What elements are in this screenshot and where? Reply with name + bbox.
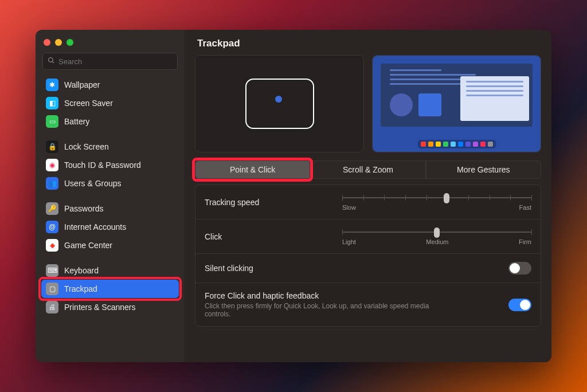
tab-bar: Point & ClickScroll & ZoomMore Gestures xyxy=(195,160,541,179)
sidebar-icon: 🖨 xyxy=(46,301,58,313)
click-max-label: Firm xyxy=(519,238,531,245)
tracking-speed-label: Tracking speed xyxy=(205,198,259,207)
sidebar: ✱Wallpaper◧Screen Saver▭Battery🔒Lock Scr… xyxy=(36,30,185,362)
search-container xyxy=(36,53,185,76)
tracking-speed-control: Slow Fast xyxy=(342,193,531,211)
sidebar-icon: 🔒 xyxy=(46,140,58,153)
dock-preview xyxy=(418,140,496,148)
sidebar-icon: ▭ xyxy=(46,115,58,128)
sidebar-icon: ✱ xyxy=(46,79,58,91)
sidebar-item-passwords[interactable]: 🔑Passwords xyxy=(41,199,179,218)
click-mid-label: Medium xyxy=(426,238,448,245)
tracking-min-label: Slow xyxy=(342,204,356,211)
sidebar-item-label: Lock Screen xyxy=(64,142,109,151)
sidebar-item-touch-id-password[interactable]: ◉Touch ID & Password xyxy=(41,156,179,174)
sidebar-item-label: Screen Saver xyxy=(64,99,113,108)
sidebar-item-trackpad[interactable]: ▢Trackpad xyxy=(41,280,179,298)
svg-line-1 xyxy=(52,61,54,63)
sidebar-item-wallpaper[interactable]: ✱Wallpaper xyxy=(41,76,179,94)
sidebar-item-lock-screen[interactable]: 🔒Lock Screen xyxy=(41,138,179,156)
sidebar-item-label: Passwords xyxy=(64,204,103,213)
click-control: Light Medium Firm xyxy=(342,228,531,245)
search-field[interactable] xyxy=(42,53,178,70)
sidebar-item-internet-accounts[interactable]: @Internet Accounts xyxy=(41,218,179,236)
sidebar-icon: 🔑 xyxy=(46,202,58,215)
sidebar-icon: ⌨ xyxy=(46,264,58,277)
trackpad-icon xyxy=(245,79,314,129)
trackpad-diagram-pane xyxy=(195,55,364,152)
click-label: Click xyxy=(205,232,222,241)
sidebar-icon: ◉ xyxy=(46,159,58,171)
maximize-icon[interactable] xyxy=(66,39,73,46)
sidebar-item-label: Game Center xyxy=(64,241,112,250)
sidebar-item-label: Battery xyxy=(64,117,89,126)
tracking-speed-slider[interactable] xyxy=(342,193,531,202)
main-pane: Trackpad xyxy=(185,30,551,362)
tab-scroll-zoom[interactable]: Scroll & Zoom xyxy=(310,160,425,179)
sidebar-icon: @ xyxy=(46,221,58,233)
sidebar-icon: ◆ xyxy=(46,239,58,252)
window-controls xyxy=(36,37,185,53)
sidebar-item-printers-scanners[interactable]: 🖨Printers & Scanners xyxy=(41,298,179,316)
sidebar-item-keyboard[interactable]: ⌨Keyboard xyxy=(41,261,179,280)
row-silent-clicking: Silent clicking xyxy=(195,254,541,283)
row-tracking-speed: Tracking speed Slow Fast xyxy=(195,185,541,219)
sidebar-item-label: Users & Groups xyxy=(64,179,122,188)
sidebar-item-label: Keyboard xyxy=(64,266,99,275)
sidebar-item-label: Trackpad xyxy=(64,284,97,293)
search-input[interactable] xyxy=(58,57,173,66)
sidebar-list: ✱Wallpaper◧Screen Saver▭Battery🔒Lock Scr… xyxy=(36,76,185,362)
tab-more-gestures[interactable]: More Gestures xyxy=(426,160,541,179)
sidebar-item-label: Printers & Scanners xyxy=(64,303,136,312)
close-icon[interactable] xyxy=(44,39,50,46)
tab-point-click[interactable]: Point & Click xyxy=(195,160,310,179)
gesture-preview-pane xyxy=(372,55,541,152)
settings-list: Tracking speed Slow Fast Click xyxy=(195,185,541,327)
row-force-click: Force Click and haptic feedback Click th… xyxy=(195,283,541,326)
sidebar-item-label: Touch ID & Password xyxy=(64,160,141,170)
silent-clicking-label: Silent clicking xyxy=(205,264,253,273)
preview-row xyxy=(195,55,541,152)
force-click-sublabel: Click then press firmly for Quick Look, … xyxy=(205,302,445,318)
sidebar-item-game-center[interactable]: ◆Game Center xyxy=(41,236,179,254)
page-title: Trackpad xyxy=(195,38,541,49)
sidebar-item-label: Internet Accounts xyxy=(64,222,126,232)
svg-point-0 xyxy=(49,58,53,62)
click-slider[interactable] xyxy=(342,228,531,237)
silent-clicking-toggle[interactable] xyxy=(508,262,531,275)
sidebar-icon: ◧ xyxy=(46,97,58,109)
click-min-label: Light xyxy=(342,238,356,245)
sidebar-item-users-groups[interactable]: 👥Users & Groups xyxy=(41,174,179,193)
sidebar-item-label: Wallpaper xyxy=(64,80,100,89)
sidebar-item-screen-saver[interactable]: ◧Screen Saver xyxy=(41,94,179,112)
sidebar-icon: 👥 xyxy=(46,177,58,190)
sidebar-icon: ▢ xyxy=(46,283,58,295)
force-click-label: Force Click and haptic feedback xyxy=(205,291,445,300)
row-click: Click Light Medium Firm xyxy=(195,219,541,254)
force-click-toggle[interactable] xyxy=(508,299,531,311)
search-icon xyxy=(48,56,55,66)
desktop-preview xyxy=(373,56,541,152)
minimize-icon[interactable] xyxy=(55,39,62,46)
tracking-max-label: Fast xyxy=(519,204,531,211)
sidebar-item-battery[interactable]: ▭Battery xyxy=(41,112,179,131)
settings-window: ✱Wallpaper◧Screen Saver▭Battery🔒Lock Scr… xyxy=(36,30,551,362)
